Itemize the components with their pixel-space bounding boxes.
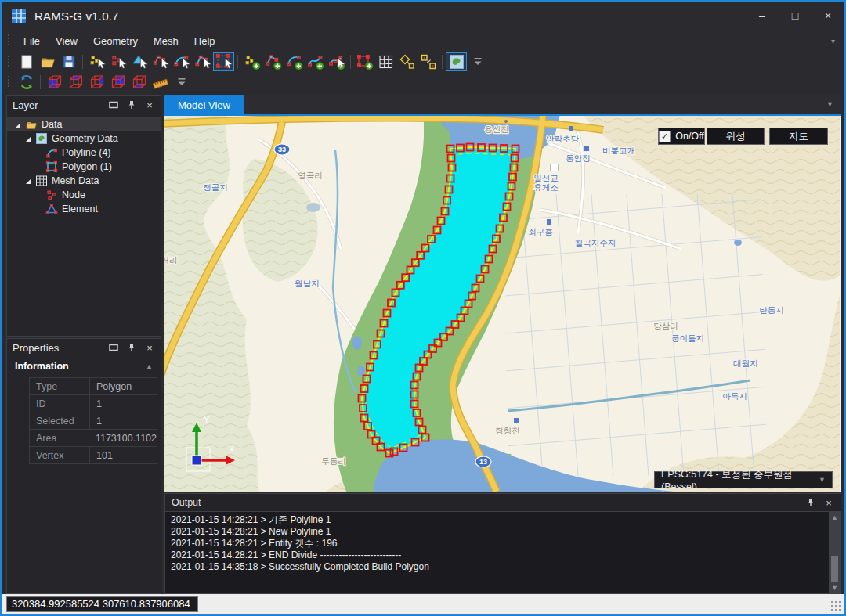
output-scrollbar[interactable]: ▲ ▼	[829, 512, 841, 593]
scroll-up-icon[interactable]: ▲	[831, 512, 838, 523]
output-log: 2021-01-15 14:28:21 > 기존 Polyline 1 2021…	[165, 512, 829, 593]
add-curve-button[interactable]	[305, 52, 326, 71]
tab-model-view[interactable]: Model View	[164, 95, 244, 114]
expander-icon[interactable]	[25, 177, 33, 185]
toolbar-grip-2	[8, 76, 11, 88]
tab-list-chevron[interactable]: ▼	[826, 100, 833, 108]
menu-mesh[interactable]: Mesh	[146, 32, 186, 50]
measure-button[interactable]	[150, 73, 171, 92]
map-canvas[interactable]: 3313쟁골지영곡리월남지거리두동리용신진안락초당동암정일선교휴게소쇠구홈비봉고…	[164, 116, 840, 492]
menu-geometry[interactable]: Geometry	[85, 32, 146, 50]
map-viewport[interactable]: 3313쟁골지영곡리월남지거리두동리용신진안락초당동암정일선교휴게소쇠구홈비봉고…	[164, 116, 841, 492]
build-polygon-button[interactable]	[354, 52, 375, 71]
open-file-button[interactable]	[37, 52, 58, 71]
left-dock: Layer × DataGeometry DataPolyline (4)Pol…	[6, 95, 161, 594]
cube-bottom-button[interactable]	[128, 73, 150, 92]
property-row-selected: Selected1	[30, 412, 157, 430]
select-point-button[interactable]	[86, 52, 107, 71]
layer-onoff-toggle[interactable]: ✓ On/Off	[658, 128, 705, 145]
property-row-type: TypePolygon	[30, 378, 157, 395]
cube-front-button[interactable]	[44, 73, 65, 92]
select-polyline-button[interactable]	[192, 52, 213, 71]
add-spline-button[interactable]	[326, 52, 347, 71]
layer-restore-icon[interactable]	[108, 99, 119, 110]
properties-pin-icon[interactable]	[126, 342, 137, 353]
dropdown-chevron-icon: ▼	[819, 476, 826, 484]
svg-text:안락초당: 안락초당	[546, 134, 580, 143]
route-shield-13: 13	[475, 456, 491, 467]
expander-icon[interactable]	[25, 135, 33, 142]
layer-pin-icon[interactable]	[126, 99, 137, 110]
open-file-icon	[39, 53, 56, 70]
map-toggle-button[interactable]	[446, 52, 467, 71]
basemap-button[interactable]: 지도	[769, 128, 828, 145]
maximize-button[interactable]: □	[779, 2, 812, 30]
overflow-chevron[interactable]	[171, 73, 192, 92]
output-close-icon[interactable]: ×	[823, 497, 834, 508]
overflow-chevron[interactable]	[467, 52, 488, 71]
menu-bar: FileViewGeometryMeshHelp ▾	[2, 30, 844, 52]
close-button[interactable]: ×	[812, 2, 844, 30]
select-point-icon	[89, 53, 106, 70]
swap-node-button[interactable]	[418, 52, 439, 71]
menu-view[interactable]: View	[48, 32, 85, 50]
menu-overflow-chevron[interactable]: ▾	[831, 37, 835, 45]
build-polygon-icon	[356, 53, 374, 70]
property-value: 1	[90, 398, 157, 409]
tree-item-node[interactable]: Node	[7, 188, 161, 202]
svg-text:칠곡저수지: 칠곡저수지	[575, 238, 616, 247]
menu-help[interactable]: Help	[186, 32, 223, 50]
tree-item-polygon-1-[interactable]: Polygon (1)	[7, 160, 161, 174]
scroll-down-icon[interactable]: ▼	[831, 582, 838, 593]
expander-spacer	[35, 163, 43, 171]
epsg-selector[interactable]: EPSG:5174 - 보정된 중부원점(Bessel) ▼	[654, 471, 833, 488]
tree-item-mesh-data[interactable]: Mesh Data	[7, 174, 161, 188]
resize-grip[interactable]	[831, 601, 842, 612]
build-mesh-button[interactable]	[375, 52, 396, 71]
cube-bottom-icon	[131, 74, 148, 91]
expander-icon[interactable]	[15, 121, 23, 128]
tree-item-data[interactable]: Data	[7, 117, 161, 131]
output-pin-icon[interactable]	[805, 497, 816, 508]
new-file-button[interactable]	[16, 52, 37, 71]
tree-item-polyline-4-[interactable]: Polyline (4)	[7, 146, 161, 160]
cube-back-icon	[110, 74, 127, 91]
add-point-button[interactable]	[241, 52, 262, 71]
tree-item-geometry-data[interactable]: Geometry Data	[7, 131, 161, 146]
select-vertex-button[interactable]	[150, 52, 171, 71]
properties-close-icon[interactable]: ×	[144, 342, 155, 353]
cube-back-button[interactable]	[107, 73, 128, 92]
tab-strip: Model View ▼	[164, 95, 841, 114]
select-arrow-button[interactable]	[128, 52, 150, 71]
cube-top-button[interactable]	[65, 73, 86, 92]
status-bar: 320384.992585524 307610.837906084	[2, 594, 844, 614]
svg-text:동암정: 동암정	[566, 153, 591, 163]
layer-close-icon[interactable]: ×	[144, 99, 155, 110]
select-rectangle-button[interactable]	[213, 52, 234, 71]
scrollbar-thumb[interactable]	[831, 556, 838, 582]
satellite-button[interactable]: 위성	[707, 128, 765, 145]
add-polyline-button[interactable]	[262, 52, 284, 71]
menu-file[interactable]: File	[16, 32, 48, 50]
properties-restore-icon[interactable]	[108, 342, 119, 353]
tree-item-element[interactable]: Element	[7, 202, 161, 216]
minimize-button[interactable]: –	[746, 2, 779, 30]
svg-text:당삼리: 당삼리	[653, 321, 678, 330]
scrollbar-track[interactable]	[829, 523, 841, 582]
window-controls: –□×	[746, 2, 844, 30]
swap-diamond-icon	[399, 53, 416, 70]
property-value: Polygon	[90, 381, 157, 392]
add-polyline-icon	[265, 53, 282, 70]
cube-right-button[interactable]	[86, 73, 107, 92]
select-node-button[interactable]	[107, 52, 128, 71]
information-section-header[interactable]: Information ▲	[7, 356, 161, 376]
app-icon	[11, 8, 27, 23]
view-3d-button[interactable]	[16, 73, 37, 92]
swap-diamond-button[interactable]	[396, 52, 418, 71]
geometry-icon	[35, 132, 48, 145]
save-file-button[interactable]	[58, 52, 79, 71]
add-arc-button[interactable]	[284, 52, 305, 71]
new-file-icon	[18, 53, 35, 70]
menu-grip	[8, 34, 11, 47]
select-arc-button[interactable]	[171, 52, 192, 71]
